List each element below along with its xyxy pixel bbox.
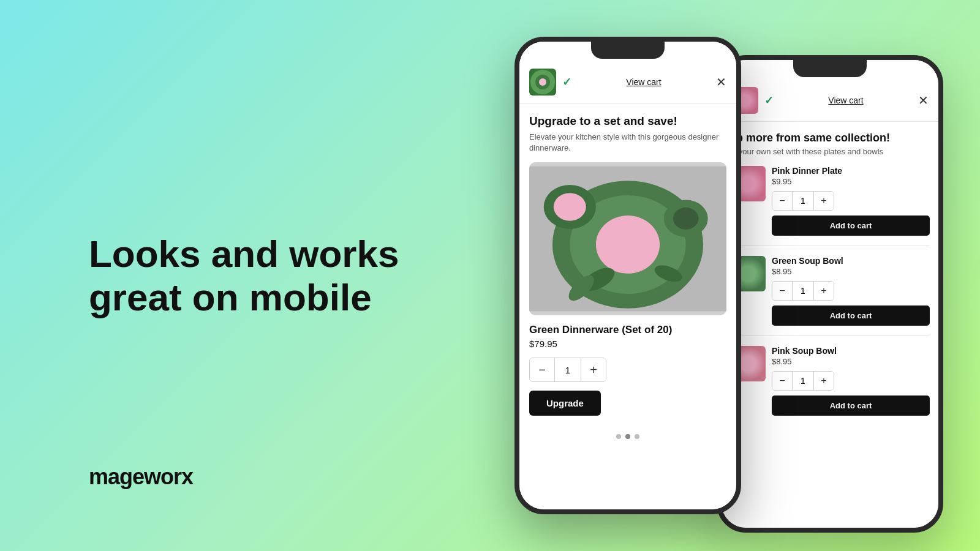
headline: Looks and works great on mobile [89, 232, 399, 320]
product-2-qty: − 1 + [772, 281, 834, 301]
product-2-qty-minus[interactable]: − [772, 282, 792, 300]
headline-line1: Looks and works [89, 233, 399, 275]
phone1-qty-control: − 1 + [529, 358, 606, 382]
product-row-3-info: Pink Soup Bowl $8.95 − 1 + Add to cart [772, 346, 930, 416]
svg-point-10 [673, 208, 699, 230]
phone-1: ✓ View cart ✕ Upgrade to a set and save!… [514, 37, 741, 514]
dot-2 [625, 434, 630, 439]
phone2-close-btn[interactable]: ✕ [918, 93, 929, 108]
phone2-view-cart[interactable]: View cart [780, 96, 912, 105]
product-3-add-cart-btn[interactable]: Add to cart [772, 395, 930, 416]
product-1-add-cart-btn[interactable]: Add to cart [772, 216, 930, 236]
phone2-collection-title: ab more from same collection! [730, 132, 930, 144]
phone1-dots [519, 427, 736, 443]
product-2-qty-value: 1 [792, 282, 814, 300]
phone1-product-name: Green Dinnerware (Set of 20) [529, 324, 726, 336]
phones-container: ✓ View cart ✕ Upgrade to a set and save!… [502, 0, 980, 551]
product-3-name: Pink Soup Bowl [772, 346, 930, 356]
phone1-notch [591, 42, 665, 59]
product-2-name: Green Soup Bowl [772, 256, 930, 266]
product-3-qty-value: 1 [792, 372, 814, 390]
phone1-upgrade-title: Upgrade to a set and save! [529, 114, 726, 128]
phone-2: ✓ View cart ✕ ab more from same collecti… [717, 55, 943, 533]
product-1-qty-value: 1 [792, 192, 814, 210]
svg-point-2 [539, 78, 546, 86]
product-3-price: $8.95 [772, 357, 930, 366]
product-row-2: Green Soup Bowl $8.95 − 1 + Add to cart [730, 256, 930, 326]
product-1-qty: − 1 + [772, 191, 834, 211]
phone1-screen: ✓ View cart ✕ Upgrade to a set and save!… [519, 42, 736, 509]
dot-3 [635, 434, 639, 439]
divider-2 [730, 335, 930, 336]
product-row-2-info: Green Soup Bowl $8.95 − 1 + Add to cart [772, 256, 930, 326]
phone1-qty-plus[interactable]: + [581, 358, 606, 381]
product-3-qty: − 1 + [772, 371, 834, 391]
phone2-notch [793, 60, 867, 77]
phone2-body: ab more from same collection! ld your ow… [722, 122, 938, 528]
phone1-close-btn[interactable]: ✕ [716, 75, 726, 89]
product-1-qty-minus[interactable]: − [772, 192, 792, 210]
product-3-qty-plus[interactable]: + [814, 372, 834, 390]
phone2-screen: ✓ View cart ✕ ab more from same collecti… [722, 60, 938, 528]
dinnerware-svg [529, 162, 726, 315]
phone1-qty-value: 1 [554, 358, 581, 381]
dot-1 [616, 434, 621, 439]
product-2-qty-plus[interactable]: + [814, 282, 834, 300]
svg-point-8 [554, 193, 586, 221]
product-1-name: Pink Dinner Plate [772, 166, 930, 176]
phone2-checkmark: ✓ [764, 94, 774, 107]
divider-1 [730, 246, 930, 246]
phone1-qty-minus[interactable]: − [530, 358, 554, 381]
phone1-product-price: $79.95 [529, 339, 726, 349]
brand-logo: mageworx [89, 464, 193, 490]
product-1-price: $9.95 [772, 177, 930, 186]
phone1-view-cart[interactable]: View cart [578, 77, 710, 87]
product-row-1: Pink Dinner Plate $9.95 − 1 + Add to car… [730, 166, 930, 236]
headline-line2: great on mobile [89, 276, 372, 318]
phone1-upgrade-desc: Elevate your kitchen style with this gor… [529, 132, 726, 154]
product-2-add-cart-btn[interactable]: Add to cart [772, 305, 930, 326]
phone1-product-image [529, 162, 726, 315]
product-2-price: $8.95 [772, 267, 930, 276]
product-1-qty-plus[interactable]: + [814, 192, 834, 210]
left-content: Looks and works great on mobile [89, 232, 399, 320]
phone1-thumb-svg [529, 69, 556, 96]
phone2-collection-desc: ld your own set with these plates and bo… [730, 147, 930, 156]
phone1-checkmark: ✓ [562, 75, 571, 89]
product-3-qty-minus[interactable]: − [772, 372, 792, 390]
phone1-upgrade-btn[interactable]: Upgrade [529, 391, 601, 416]
phone1-product-thumb [529, 69, 556, 96]
phone1-body: Upgrade to a set and save! Elevate your … [519, 103, 736, 427]
svg-point-6 [596, 216, 660, 274]
product-row-3: Pink Soup Bowl $8.95 − 1 + Add to cart [730, 346, 930, 416]
product-row-1-info: Pink Dinner Plate $9.95 − 1 + Add to car… [772, 166, 930, 236]
phone1-thumb-img [529, 69, 556, 96]
